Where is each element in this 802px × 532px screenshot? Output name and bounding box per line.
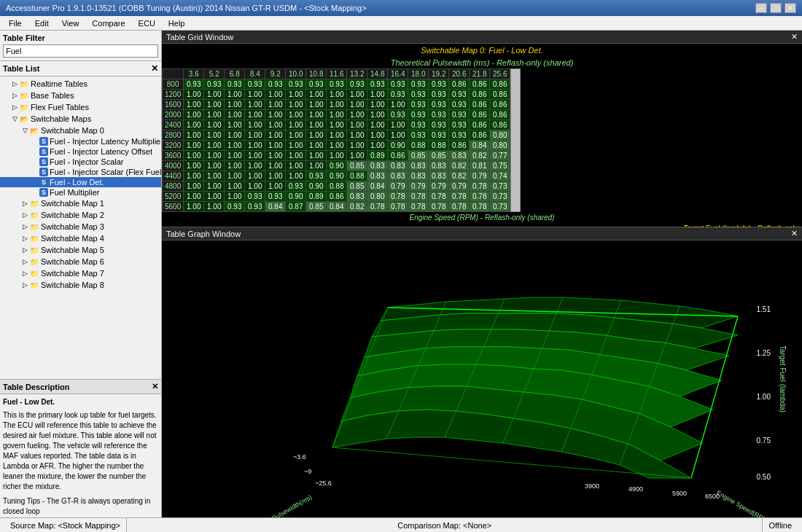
expand-icon: ▷: [20, 223, 29, 230]
menu-compare[interactable]: Compare: [86, 17, 131, 29]
tree-label: Fuel - Injector Latency Multiplier: [50, 137, 161, 146]
title-bar: Accesstuner Pro 1.9.1.0-13521 (COBB Tuni…: [0, 0, 802, 16]
s-icon: S: [39, 157, 48, 166]
tree-item-inj-lat-mul[interactable]: S Fuel - Injector Latency Multiplier: [0, 136, 161, 146]
maximize-button[interactable]: □: [770, 3, 782, 13]
tree-label: Switchable Map 6: [41, 257, 104, 266]
expand-icon: ▷: [20, 270, 29, 277]
tree-label: Base Tables: [31, 91, 74, 100]
tree-item-map0[interactable]: ▽ 📂 Switchable Map 0: [0, 125, 161, 136]
tree-item-flex[interactable]: ▷ 📁 Flex Fuel Tables: [0, 101, 161, 113]
expand-icon: ▽: [10, 115, 19, 122]
tree-item-map2[interactable]: ▷ 📁 Switchable Map 2: [0, 209, 161, 221]
tree-label: Fuel - Injector Latency Offset: [50, 147, 152, 156]
tree-item-map5[interactable]: ▷ 📁 Switchable Map 5: [0, 244, 161, 256]
table-row: 28001.001.001.001.001.001.001.001.001.00…: [163, 130, 510, 141]
tgraph-header: Table Graph Window ✕: [162, 227, 802, 240]
tree-item-inj-lat-off[interactable]: S Fuel - Injector Latency Offset: [0, 146, 161, 157]
tree-label: Switchable Map 0: [41, 126, 104, 135]
tree-label: Switchable Map 4: [41, 234, 104, 243]
tree-item-map8[interactable]: ▷ 📁 Switchable Map 8: [0, 279, 161, 291]
tree-item-map6[interactable]: ▷ 📁 Switchable Map 6: [0, 256, 161, 267]
table-row: 8000.930.930.930.930.930.930.930.930.930…: [163, 79, 510, 90]
expand-icon: ▷: [10, 92, 19, 99]
table-row: 40001.001.001.001.001.001.001.000.900.85…: [163, 161, 510, 171]
tgw-map-title: Switchable Map 0: Fuel - Low Det.: [162, 44, 802, 57]
folder-icon: 📁: [19, 79, 29, 89]
svg-text:1.51: 1.51: [757, 305, 771, 313]
s-icon: S: [39, 188, 48, 197]
svg-text:5900: 5900: [672, 490, 687, 497]
svg-text:~9: ~9: [304, 468, 311, 475]
close-table-list-button[interactable]: ✕: [151, 63, 158, 74]
vertical-scrollbar[interactable]: [510, 69, 521, 212]
s-icon: S: [39, 137, 48, 146]
svg-text:1.25: 1.25: [757, 349, 771, 357]
tree-label: Switchable Map 3: [41, 222, 104, 231]
table-grid-window: Table Grid Window ✕ Switchable Map 0: Fu…: [162, 31, 802, 227]
td-title: Fuel - Low Det.: [3, 397, 158, 407]
tgw-title: Table Grid Window: [166, 33, 233, 42]
table-row: 36001.001.001.001.001.001.001.001.001.00…: [163, 151, 510, 161]
right-panel: Table Grid Window ✕ Switchable Map 0: Fu…: [162, 31, 802, 517]
svg-text:6500: 6500: [705, 493, 720, 500]
table-head: 3.65.26.88.49.210.010.811.613.214.816.41…: [163, 69, 510, 79]
svg-text:3900: 3900: [585, 482, 599, 490]
tgraph-title: Table Graph Window: [166, 230, 241, 238]
minimize-button[interactable]: ─: [755, 3, 767, 13]
menu-edit[interactable]: Edit: [29, 17, 55, 29]
tree-container[interactable]: ▷ 📁 Realtime Tables ▷ 📁 Base Tables ▷ 📁 …: [0, 77, 161, 379]
folder-icon: 📂: [19, 114, 29, 124]
tree-item-fuel-mul[interactable]: S Fuel Multiplier: [0, 187, 161, 197]
tgraph-close-btn[interactable]: ✕: [791, 229, 798, 238]
menu-view[interactable]: View: [56, 17, 85, 29]
tree-item-realtime[interactable]: ▷ 📁 Realtime Tables: [0, 78, 161, 90]
grid-container[interactable]: 3.65.26.88.49.210.010.811.613.214.816.41…: [162, 69, 510, 212]
tree-item-base[interactable]: ▷ 📁 Base Tables: [0, 90, 161, 101]
expand-icon: ▷: [20, 235, 29, 242]
table-row: 20001.001.001.001.001.001.001.001.001.00…: [163, 110, 510, 120]
title-controls: ─ □ ✕: [755, 3, 796, 13]
close-td-button[interactable]: ✕: [152, 382, 158, 391]
table-list-header: Table List ✕: [0, 61, 161, 77]
tree-item-fuel-low-det[interactable]: S Fuel - Low Det.: [0, 177, 161, 187]
tgw-close-btn[interactable]: ✕: [791, 32, 798, 42]
svg-text:0.75: 0.75: [757, 437, 771, 445]
tree-label: Switchable Map 2: [41, 211, 104, 219]
svg-text:Target Fuel (lambda): Target Fuel (lambda): [779, 345, 787, 412]
filter-input[interactable]: [3, 44, 158, 58]
expand-icon: ▷: [20, 246, 29, 254]
tree-label: Switchable Map 1: [41, 199, 104, 208]
tree-item-map1[interactable]: ▷ 📁 Switchable Map 1: [0, 197, 161, 209]
tree-item-inj-scalar[interactable]: S Fuel - Injector Scalar: [0, 157, 161, 167]
folder-icon: 📁: [29, 245, 39, 255]
table-row: 12001.001.001.001.001.001.001.001.001.00…: [163, 90, 510, 100]
tree-label: Fuel - Low Det.: [50, 178, 104, 187]
table-filter: Table Filter: [0, 31, 161, 61]
comparison-map-text: Comparison Map: <None>: [397, 521, 491, 530]
table-body: 8000.930.930.930.930.930.930.930.930.930…: [163, 79, 510, 212]
menu-ecu[interactable]: ECU: [133, 17, 161, 29]
tree-label: Fuel Multiplier: [50, 188, 99, 197]
tree-item-map4[interactable]: ▷ 📁 Switchable Map 4: [0, 232, 161, 244]
expand-icon: ▷: [20, 211, 29, 219]
tree-item-map7[interactable]: ▷ 📁 Switchable Map 7: [0, 267, 161, 279]
tree-item-inj-scalar-flex[interactable]: S Fuel - Injector Scalar (Flex Fuel): [0, 167, 161, 177]
folder-icon: 📁: [19, 90, 29, 101]
menu-file[interactable]: File: [3, 17, 28, 29]
tree-label: Fuel - Injector Scalar: [50, 157, 123, 166]
source-map-text: Source Map: <Stock Mapping>: [10, 521, 120, 530]
folder-icon: 📁: [29, 268, 39, 278]
close-button[interactable]: ✕: [785, 3, 796, 13]
expand-icon: ▷: [10, 80, 19, 87]
tgw-subtitle: Theoretical Pulsewidth (ms) - Reflash-on…: [162, 57, 802, 69]
tree-label: Switchable Maps: [31, 114, 91, 123]
td-text: This is the primary look up table for fu…: [3, 410, 158, 492]
expand-icon: ▷: [20, 281, 29, 289]
menu-help[interactable]: Help: [163, 17, 191, 29]
table-description: Table Description ✕ Fuel - Low Det. This…: [0, 379, 161, 517]
table-filter-label: Table Filter: [3, 34, 158, 42]
tree-item-map3[interactable]: ▷ 📁 Switchable Map 3: [0, 221, 161, 232]
tree-label: Fuel - Injector Scalar (Flex Fuel): [50, 168, 161, 176]
tree-item-switchable[interactable]: ▽ 📂 Switchable Maps: [0, 113, 161, 125]
